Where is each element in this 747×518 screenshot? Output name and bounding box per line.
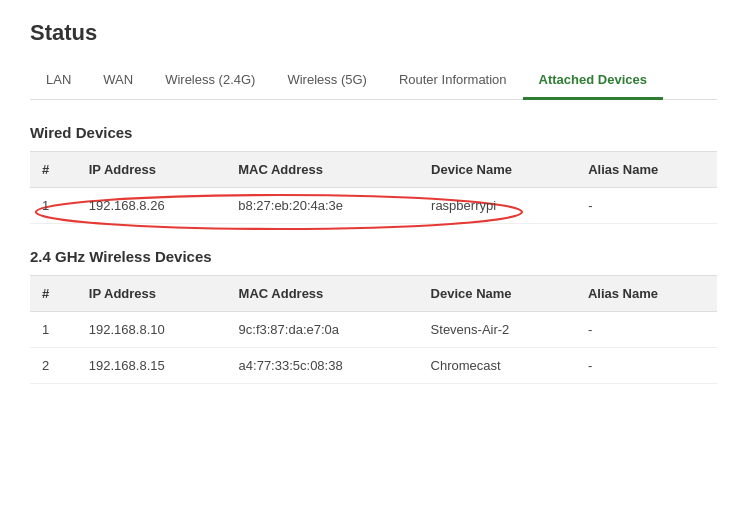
tab-wan[interactable]: WAN bbox=[87, 62, 149, 100]
wireless-row-1-device: Stevens-Air-2 bbox=[419, 312, 576, 348]
wireless-row-2-device: Chromecast bbox=[419, 348, 576, 384]
wireless-col-alias: Alias Name bbox=[576, 276, 717, 312]
wired-devices-table-wrapper: # IP Address MAC Address Device Name Ali… bbox=[30, 151, 717, 224]
wireless-col-ip: IP Address bbox=[77, 276, 227, 312]
wireless-row-2-mac: a4:77:33:5c:08:38 bbox=[227, 348, 419, 384]
wired-row-1-device: raspberrypi bbox=[419, 188, 576, 224]
wired-table-row: 1 192.168.8.26 b8:27:eb:20:4a:3e raspber… bbox=[30, 188, 717, 224]
wireless-row-1-alias: - bbox=[576, 312, 717, 348]
wireless-row-1-mac: 9c:f3:87:da:e7:0a bbox=[227, 312, 419, 348]
page-title: Status bbox=[30, 20, 717, 46]
wireless-devices-table: # IP Address MAC Address Device Name Ali… bbox=[30, 275, 717, 384]
wired-col-alias: Alias Name bbox=[576, 152, 717, 188]
wireless-table-header-row: # IP Address MAC Address Device Name Ali… bbox=[30, 276, 717, 312]
wireless-col-num: # bbox=[30, 276, 77, 312]
wireless-devices-title: 2.4 GHz Wireless Devices bbox=[30, 248, 717, 265]
wireless-row-1-ip: 192.168.8.10 bbox=[77, 312, 227, 348]
wired-row-1-alias: - bbox=[576, 188, 717, 224]
tab-wireless-5g[interactable]: Wireless (5G) bbox=[271, 62, 382, 100]
tab-attached-devices[interactable]: Attached Devices bbox=[523, 62, 663, 100]
wireless-row-2-num: 2 bbox=[30, 348, 77, 384]
wired-table-header-row: # IP Address MAC Address Device Name Ali… bbox=[30, 152, 717, 188]
wired-col-mac: MAC Address bbox=[226, 152, 419, 188]
tab-wireless-2g[interactable]: Wireless (2.4G) bbox=[149, 62, 271, 100]
wireless-table-row: 2 192.168.8.15 a4:77:33:5c:08:38 Chromec… bbox=[30, 348, 717, 384]
wireless-devices-section: 2.4 GHz Wireless Devices # IP Address MA… bbox=[30, 248, 717, 384]
wireless-table-row: 1 192.168.8.10 9c:f3:87:da:e7:0a Stevens… bbox=[30, 312, 717, 348]
tab-router-info[interactable]: Router Information bbox=[383, 62, 523, 100]
wired-col-ip: IP Address bbox=[77, 152, 227, 188]
wired-col-num: # bbox=[30, 152, 77, 188]
wired-row-1-mac: b8:27:eb:20:4a:3e bbox=[226, 188, 419, 224]
wired-devices-table: # IP Address MAC Address Device Name Ali… bbox=[30, 151, 717, 224]
tab-lan[interactable]: LAN bbox=[30, 62, 87, 100]
wireless-col-device: Device Name bbox=[419, 276, 576, 312]
wireless-row-2-ip: 192.168.8.15 bbox=[77, 348, 227, 384]
wired-col-device: Device Name bbox=[419, 152, 576, 188]
wireless-row-2-alias: - bbox=[576, 348, 717, 384]
wired-row-1-ip: 192.168.8.26 bbox=[77, 188, 227, 224]
wireless-col-mac: MAC Address bbox=[227, 276, 419, 312]
wireless-row-1-num: 1 bbox=[30, 312, 77, 348]
wired-devices-section: Wired Devices # IP Address MAC Address D… bbox=[30, 124, 717, 224]
wired-row-1-num: 1 bbox=[30, 188, 77, 224]
tab-bar: LAN WAN Wireless (2.4G) Wireless (5G) Ro… bbox=[30, 62, 717, 100]
wired-devices-title: Wired Devices bbox=[30, 124, 717, 141]
